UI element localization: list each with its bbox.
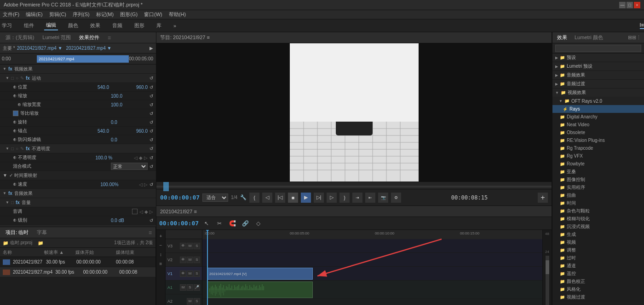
add-to-timeline-btn[interactable]: + [538,193,548,203]
flicker-value[interactable]: 0.0 [111,137,148,142]
ef-item-utility[interactable]: 📁 实用程序 [552,183,644,191]
v3-s-btn[interactable]: S [194,243,200,249]
ef-group-video-fx-header[interactable]: ▼ 📁 视频效果 [552,88,644,97]
v2-m-btn[interactable]: M [187,257,193,263]
ef-item-video[interactable]: 📁 视频 [552,238,644,246]
lumetri-color-tab[interactable]: Lumetri 颜色 [573,33,605,42]
tab-library[interactable]: 库 [155,21,163,30]
v1-eye-btn[interactable]: 👁 [180,270,186,277]
tl-razor-tool[interactable]: ✂ [214,218,224,229]
effects-search-input[interactable] [555,45,641,52]
to-in-btn[interactable]: ⇥ [352,193,362,203]
monitor-scrub-bar[interactable] [156,182,552,189]
tl-add-markers-btn[interactable]: ◇ [253,218,263,229]
oft-rays-header[interactable]: ▼ 📁 OFT Rays v2.0 [552,97,644,105]
settings-btn[interactable]: ⚙ [391,193,401,203]
anchor-reset[interactable]: ↺ [150,129,153,134]
time-remap-expand[interactable]: ▼ [3,173,7,178]
tl-scroll-v[interactable] [546,256,549,305]
project-panel-menu[interactable]: ≡ [149,229,152,236]
source-tab[interactable]: 源：(无剪辑) [4,33,36,42]
flicker-reset[interactable]: ↺ [150,137,153,142]
ef-group-lumetri-presets-header[interactable]: ▶ 📁 Lumetri 预设 [552,62,644,70]
tab-color[interactable]: 颜色 [66,21,80,30]
tl-snap-btn[interactable]: 🧲 [227,218,237,229]
more-tabs-button[interactable]: » [173,23,176,29]
position-y[interactable]: 960.0 [136,85,148,90]
opacity-reset[interactable]: ↺ [150,155,153,160]
monitor-zoom-select[interactable]: 适合 25% 50% 100% [202,194,228,202]
speed-value[interactable]: 100.00% [100,182,137,187]
position-x[interactable]: 540.0 [98,85,134,90]
titlebar-controls[interactable]: — □ × [619,2,640,8]
ef-item-image-ctrl[interactable]: 📁 图像控制 [552,176,644,183]
project-new-bin[interactable]: 📁 [38,240,43,246]
tl-a1-clip[interactable] [207,282,313,298]
play-btn[interactable]: ▶ [301,193,311,203]
ef-item-rays[interactable]: ⚡ Rays [552,105,644,113]
blend-mode-select[interactable]: 正常 [111,163,148,170]
v1-s-btn[interactable]: S [194,270,200,277]
v1-m-btn[interactable]: M [187,270,193,277]
project-item-1[interactable]: 20210421I927.mp4 30.00 fps 00:00:00:00 0… [0,267,155,277]
ef-item-color-correct[interactable]: 📁 颜色校正 [552,277,644,285]
anchor-x[interactable]: 540.0 [98,129,134,134]
tab-assembly[interactable]: 组件 [22,21,36,30]
ec-clip-selector[interactable]: 20210421I927.mp4 ▼ [17,46,63,51]
opacity-keyframe-nav[interactable]: ◁ ◆ ▷ [134,155,148,160]
ef-item-noise[interactable]: 📁 杂色与颗粒 [552,207,644,215]
ef-item-immersive[interactable]: 📁 沉浸式视频 [552,223,644,230]
scale-reset[interactable]: ↺ [150,94,153,99]
menu-graphics[interactable]: 图形(G) [120,11,138,18]
level-checkbox[interactable] [132,209,138,214]
tl-settings-btn[interactable]: ≡ [157,259,165,268]
stop-btn[interactable]: ■ [288,193,298,203]
lumetri-range-tab[interactable]: Lumetri 范围 [40,33,73,42]
captions-tab[interactable]: 字幕 [35,228,49,237]
to-out-btn[interactable]: ⇤ [365,193,375,203]
audio-fx-expand[interactable]: ▼ [3,191,6,195]
close-button[interactable]: × [634,2,640,8]
tl-ruler[interactable]: :00:00 00:00:05:00 00:00:10:00 00:00:15:… [202,230,542,239]
rotation-value[interactable]: 0.0 [111,120,148,125]
menu-help[interactable]: 帮助(H) [169,11,186,18]
monitor-resolution[interactable]: 1/4 [231,195,237,200]
a2-s-btn[interactable]: S [194,298,200,305]
ef-item-obsolete[interactable]: 📁 Obsolete [552,129,644,136]
ef-item-trapcode[interactable]: 📁 Rg Trapcode [552,144,644,152]
ec-clip-right[interactable]: 20210421I927.mp4 ▼ [66,46,112,51]
ef-item-neat-video[interactable]: 📁 Neat Video [552,121,644,129]
scale-width-reset[interactable]: ↺ [150,102,153,107]
ef-item-time[interactable]: 📁 时间 [552,199,644,207]
monitor-timecode[interactable]: 00:00:00:07 [160,194,200,201]
tab-learn[interactable]: 学习 [0,21,14,30]
ef-item-channel[interactable]: 📁 通道 [552,262,644,270]
level-db-reset[interactable]: ↺ [150,218,153,223]
motion-expand[interactable]: ▼ [6,76,9,80]
ef-item-revision[interactable]: 📁 RE:Vision Plug-ins [552,136,644,144]
menu-mark[interactable]: 标记(M) [96,11,114,18]
opacity-expand[interactable]: ▼ [6,147,9,151]
wrench-icon[interactable]: 🔧 [240,194,247,200]
tl-zoom-out-btn[interactable]: − [157,241,165,249]
prev-frame-btn[interactable]: |◁ [275,193,285,203]
ec-play-btn[interactable]: ▶ [150,46,153,51]
tl-select-tool[interactable]: ↖ [201,218,212,229]
video-fx-expand[interactable]: ▼ [3,67,6,71]
effects-tab[interactable]: 效果 [555,33,569,42]
step-fwd-btn[interactable]: ▷ [327,193,337,203]
a2-m-btn[interactable]: M [187,298,193,305]
ef-group-audio-fx-header[interactable]: ▶ 📁 音频效果 [552,71,644,79]
ef-item-yasan[interactable]: 📁 亚桑 [552,168,644,176]
ef-item-rowbyte[interactable]: 📁 Rowbyte [552,160,644,168]
effects-icons[interactable]: ⊞⊞⋮ [628,35,641,41]
tl-link-btn[interactable]: 🔗 [240,218,250,229]
ef-item-adjust[interactable]: 📁 调整 [552,246,644,254]
panel-menu-icon[interactable]: ≡ [106,35,113,41]
ef-item-generate[interactable]: 📁 生成 [552,230,644,238]
v3-eye-btn[interactable]: 👁 [180,243,186,249]
menu-window[interactable]: 窗口(W) [144,11,162,18]
ef-item-obsolete2[interactable]: 📁 过时 [552,254,644,262]
ef-group-presets-header[interactable]: ▶ 📁 预设 [552,53,644,62]
v2-eye-btn[interactable]: 👁 [180,257,186,263]
